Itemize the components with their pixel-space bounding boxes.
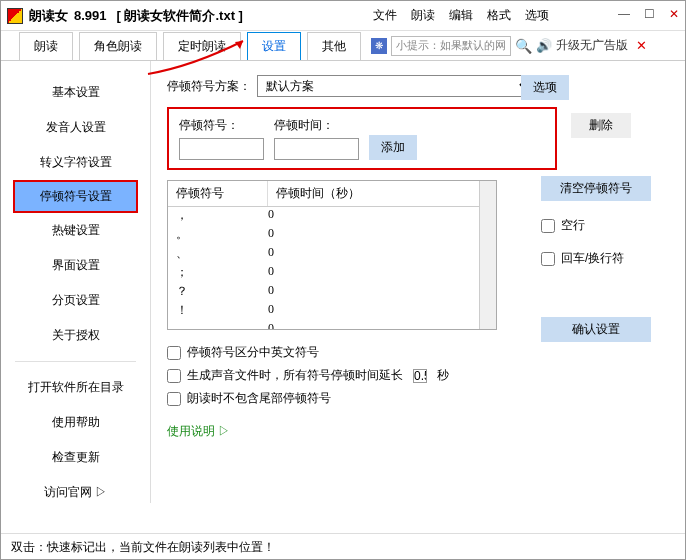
pause-table[interactable]: 停顿符号 停顿时间（秒） ，0。0、0；0？0！0…0 (167, 180, 497, 330)
clear-button[interactable]: 清空停顿符号 (541, 176, 651, 201)
table-row[interactable]: 。0 (168, 226, 496, 245)
sidebar-item-hotkey[interactable]: 热键设置 (1, 213, 150, 248)
titlebar: 朗读女 8.991 [ 朗读女软件简介.txt ] 文件 朗读 编辑 格式 选项… (1, 1, 685, 31)
close-icon[interactable]: ✕ (669, 7, 679, 21)
menu-options[interactable]: 选项 (525, 7, 549, 24)
main-panel: 停顿符号方案： 默认方案 停顿符号： 停顿时间： 添加 停顿符号 停顿时间（秒） (151, 61, 685, 503)
check-tail-label: 朗读时不包含尾部停顿符号 (187, 390, 331, 407)
app-version: 8.991 (74, 8, 107, 23)
scheme-select[interactable]: 默认方案 (257, 75, 533, 97)
th-symbol: 停顿符号 (168, 181, 268, 206)
sidebar: 基本设置 发音人设置 转义字符设置 停顿符号设置 热键设置 界面设置 分页设置 … (1, 61, 151, 503)
help-link[interactable]: 使用说明 ▷ (167, 423, 230, 440)
window-controls: — ☐ ✕ (618, 7, 679, 21)
app-icon (7, 8, 23, 24)
check-extend-label-a: 生成声音文件时，所有符号停顿时间延长 (187, 367, 403, 384)
file-name: [ 朗读女软件简介.txt ] (117, 7, 243, 25)
input-group: 停顿符号： 停顿时间： 添加 (167, 107, 557, 170)
sidebar-item-help[interactable]: 使用帮助 (1, 405, 150, 440)
menu-file[interactable]: 文件 (373, 7, 397, 24)
statusbar: 双击：快速标记出，当前文件在朗读列表中位置！ (1, 533, 685, 559)
close-tip-icon[interactable]: ✕ (636, 38, 647, 53)
search-icon[interactable]: 🔍 (515, 38, 532, 54)
table-row[interactable]: ，0 (168, 207, 496, 226)
table-row[interactable]: ？0 (168, 283, 496, 302)
speaker-icon[interactable]: 🔊 (536, 38, 552, 53)
sidebar-item-license[interactable]: 关于授权 (1, 318, 150, 353)
time-label: 停顿时间： (274, 117, 359, 134)
extend-seconds-input[interactable] (413, 369, 427, 383)
check-tail[interactable] (167, 392, 181, 406)
app-name: 朗读女 (29, 7, 68, 25)
sidebar-item-ui[interactable]: 界面设置 (1, 248, 150, 283)
menu-edit[interactable]: 编辑 (449, 7, 473, 24)
tab-timer-read[interactable]: 定时朗读 (163, 32, 241, 60)
table-row[interactable]: ；0 (168, 264, 496, 283)
tip-input[interactable] (391, 36, 511, 56)
tab-other[interactable]: 其他 (307, 32, 361, 60)
scheme-label: 停顿符号方案： (167, 78, 251, 95)
table-row[interactable]: ！0 (168, 302, 496, 321)
sidebar-item-escape[interactable]: 转义字符设置 (1, 145, 150, 180)
symbol-input[interactable] (179, 138, 264, 160)
symbol-label: 停顿符号： (179, 117, 264, 134)
upgrade-link[interactable]: 升级无广告版 (556, 37, 628, 54)
sidebar-item-pause[interactable]: 停顿符号设置 (13, 180, 138, 213)
check-blank-line[interactable] (541, 219, 555, 233)
check-cn-en-label: 停顿符号区分中英文符号 (187, 344, 319, 361)
sidebar-item-voice[interactable]: 发音人设置 (1, 110, 150, 145)
sidebar-item-website[interactable]: 访问官网 ▷ (1, 475, 150, 510)
table-row[interactable]: …0 (168, 321, 496, 330)
minimize-icon[interactable]: — (618, 7, 630, 21)
table-row[interactable]: 、0 (168, 245, 496, 264)
tab-read[interactable]: 朗读 (19, 32, 73, 60)
sidebar-item-basic[interactable]: 基本设置 (1, 75, 150, 110)
check-extend-label-b: 秒 (437, 367, 449, 384)
sidebar-item-update[interactable]: 检查更新 (1, 440, 150, 475)
tab-role-read[interactable]: 角色朗读 (79, 32, 157, 60)
check-newline[interactable] (541, 252, 555, 266)
time-input[interactable] (274, 138, 359, 160)
menu-format[interactable]: 格式 (487, 7, 511, 24)
options-button[interactable]: 选项 (521, 75, 569, 100)
maximize-icon[interactable]: ☐ (644, 7, 655, 21)
sidebar-item-folder[interactable]: 打开软件所在目录 (1, 370, 150, 405)
paw-icon[interactable]: ❋ (371, 38, 387, 54)
tab-settings[interactable]: 设置 (247, 32, 301, 60)
delete-button[interactable]: 删除 (571, 113, 631, 138)
check-extend[interactable] (167, 369, 181, 383)
th-time: 停顿时间（秒） (268, 181, 368, 206)
confirm-button[interactable]: 确认设置 (541, 317, 651, 342)
sidebar-item-page[interactable]: 分页设置 (1, 283, 150, 318)
tab-bar: 朗读 角色朗读 定时朗读 设置 其他 ❋ 🔍 🔊 升级无广告版 ✕ (1, 31, 685, 61)
add-button[interactable]: 添加 (369, 135, 417, 160)
menu-read[interactable]: 朗读 (411, 7, 435, 24)
check-cn-en[interactable] (167, 346, 181, 360)
side-controls: 删除 清空停顿符号 空行 回车/换行符 确认设置 (541, 113, 651, 342)
